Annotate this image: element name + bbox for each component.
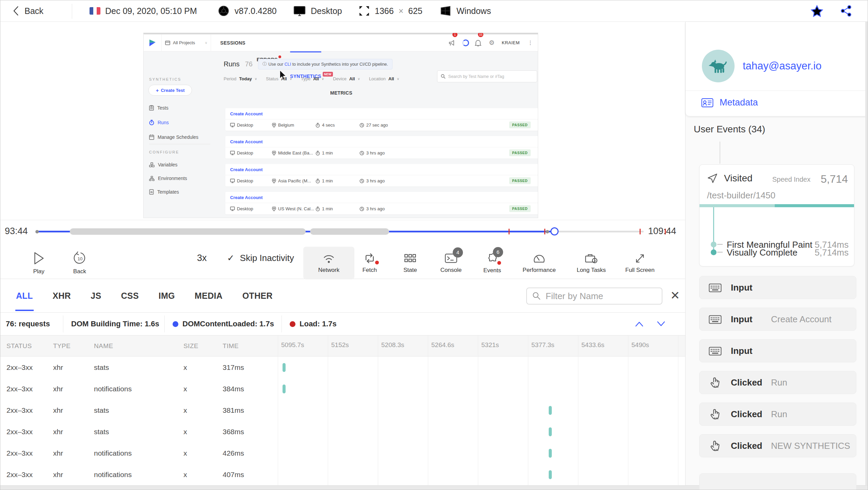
sidebar-section-configure: CONFIGURE bbox=[149, 150, 179, 154]
status-badge: PASSED bbox=[509, 205, 531, 212]
network-request-row[interactable]: 2xx–3xx xhr stats x 317ms bbox=[0, 357, 685, 378]
browser-info: v87.0.4280 bbox=[218, 0, 277, 21]
performance-gauge-icon bbox=[533, 253, 545, 264]
mouse-cursor bbox=[279, 70, 287, 80]
panel-button-long-tasks[interactable]: Long Tasks bbox=[566, 247, 617, 279]
events-connector-line bbox=[720, 142, 720, 164]
id-card-icon bbox=[701, 98, 713, 108]
project-name: All Projects bbox=[173, 40, 195, 45]
panel-button-performance[interactable]: Performance bbox=[514, 247, 565, 279]
network-request-row[interactable]: 2xx–3xx xhr notifications x 426ms bbox=[0, 442, 685, 464]
panel-button-full-screen[interactable]: Full Screen bbox=[614, 247, 665, 279]
chevron-down-icon[interactable] bbox=[656, 321, 666, 327]
user-event-card[interactable]: Input Create Account bbox=[699, 308, 856, 331]
network-tab[interactable]: ALL bbox=[15, 281, 34, 311]
resolution-info: 1366 × 625 bbox=[358, 0, 422, 21]
browser-version: v87.0.4280 bbox=[235, 6, 277, 16]
chevron-down-icon: ∨ bbox=[397, 77, 399, 81]
star-icon bbox=[810, 5, 823, 17]
user-events-title: User Events (34) bbox=[694, 124, 765, 135]
recorded-sidebar: SYNTHETICS +Create Test Tests Runs Manag… bbox=[144, 51, 216, 218]
bell-icon: 33 bbox=[475, 34, 482, 51]
runs-search-input bbox=[448, 74, 533, 79]
event-card-partial[interactable] bbox=[699, 473, 856, 490]
timeline-track[interactable] bbox=[37, 231, 644, 232]
network-tab[interactable]: XHR bbox=[52, 281, 72, 311]
replay-timeline: 93:44 109:44 bbox=[0, 220, 685, 243]
network-request-row[interactable]: 2xx–3xx xhr stats x 368ms bbox=[0, 421, 685, 442]
keyboard-icon bbox=[708, 344, 722, 358]
recorded-user-menu: KRAIEM bbox=[502, 34, 520, 51]
skip-inactivity-toggle[interactable]: ✓ Skip Inactivity bbox=[227, 253, 294, 263]
panel-button-events[interactable]: 6 Events bbox=[467, 247, 518, 279]
fetch-red-dot bbox=[375, 261, 379, 264]
chevron-down-icon: ∨ bbox=[290, 77, 292, 81]
requests-count: 76: requests bbox=[6, 313, 50, 335]
avatar bbox=[702, 50, 735, 82]
replay-stage[interactable]: All Projects ∨ SESSIONS ERRORS SYNTHETIC… bbox=[0, 22, 685, 220]
metadata-button[interactable]: Metadata bbox=[701, 97, 758, 108]
session-replay-window: Back Dec 09, 2020, 05:10 PM v87.0.4280 D… bbox=[0, 0, 868, 490]
speed-index-label: Speed Index bbox=[772, 176, 810, 183]
runs-title: Runs bbox=[224, 60, 240, 68]
pointer-icon bbox=[708, 439, 722, 453]
share-button[interactable] bbox=[840, 0, 853, 21]
speed-toggle[interactable]: 3x bbox=[188, 253, 215, 263]
visited-label: Visited bbox=[724, 173, 753, 184]
network-request-row[interactable]: 2xx–3xx xhr notifications x 407ms bbox=[0, 464, 685, 485]
runs-filter: Type All ∨ bbox=[301, 76, 324, 81]
favorite-button[interactable] bbox=[810, 0, 823, 21]
network-filter-input[interactable] bbox=[546, 291, 656, 301]
user-event-card[interactable]: Clicked NEW SYNTHETICS bbox=[699, 434, 856, 457]
resolution-x: × bbox=[399, 6, 404, 16]
user-card-divider bbox=[686, 91, 868, 91]
network-tab[interactable]: IMG bbox=[158, 281, 176, 311]
timeline-current-time: 93:44 bbox=[5, 226, 28, 236]
user-event-card[interactable]: Input bbox=[699, 276, 856, 299]
run-title-link: Create Account bbox=[230, 167, 263, 172]
network-request-row[interactable]: 2xx–3xx xhr notifications x 384ms bbox=[0, 378, 685, 399]
create-test-button: +Create Test bbox=[148, 85, 192, 96]
network-request-row[interactable]: 2xx–3xx xhr stats x 381ms bbox=[0, 399, 685, 421]
back-10s-button[interactable]: 10 Back bbox=[54, 247, 105, 279]
monitor-icon bbox=[230, 207, 235, 211]
network-tab[interactable]: OTHER bbox=[242, 281, 273, 311]
sidebar-item-environments: Environments bbox=[149, 176, 187, 181]
network-tab[interactable]: MEDIA bbox=[194, 281, 223, 311]
status-badge: PASSED bbox=[509, 177, 531, 184]
recorded-navbar: All Projects ∨ SESSIONS ERRORS SYNTHETIC… bbox=[144, 34, 538, 51]
events-red-dot bbox=[497, 261, 501, 265]
dom-building-time: DOM Building Time: 1.6s bbox=[71, 313, 159, 335]
user-event-card[interactable]: Clicked Run bbox=[699, 371, 856, 394]
console-badge: 4 bbox=[453, 247, 463, 258]
run-card: Create Account Desktop Middle East (Ba..… bbox=[225, 136, 538, 159]
monitor-icon bbox=[293, 5, 306, 17]
event-tick bbox=[509, 229, 510, 234]
user-event-card[interactable]: Input bbox=[699, 339, 856, 362]
request-timing-mark bbox=[549, 470, 552, 479]
network-tab[interactable]: JS bbox=[90, 281, 102, 311]
runs-filter: Period Today ∨ bbox=[224, 76, 257, 81]
run-title-link: Create Account bbox=[230, 139, 263, 144]
timeline-playhead[interactable] bbox=[550, 227, 559, 235]
sidebar-item-tests: Tests bbox=[149, 105, 168, 111]
fetch-icon bbox=[364, 253, 376, 264]
stopwatch-icon bbox=[316, 151, 320, 156]
runs-filter: Location All ∨ bbox=[369, 76, 399, 81]
sidebar-scrollbar[interactable] bbox=[865, 22, 868, 485]
network-summary-bar: 76: requests DOM Building Time: 1.6s DOM… bbox=[0, 313, 685, 336]
network-panel-tabs: ALL XHR JS CSS IMG MEDIA OTHER ✕ bbox=[0, 279, 685, 313]
chevron-up-icon[interactable] bbox=[634, 321, 644, 327]
back-button[interactable]: Back bbox=[12, 0, 44, 21]
network-filter-box[interactable] bbox=[526, 288, 662, 305]
user-event-card[interactable]: Clicked Run bbox=[699, 403, 856, 426]
os-label: Windows bbox=[456, 6, 491, 16]
close-panel-icon[interactable]: ✕ bbox=[670, 289, 680, 302]
runs-filter: Device All ∨ bbox=[333, 76, 360, 81]
event-tick bbox=[640, 229, 641, 234]
os-info: Windows bbox=[439, 0, 491, 21]
visited-event-card[interactable]: Visited Speed Index 5,714 /test-builder/… bbox=[699, 164, 854, 266]
date-label: Dec 09, 2020, 05:10 PM bbox=[105, 6, 197, 16]
network-tab[interactable]: CSS bbox=[120, 281, 139, 311]
kebab-menu-icon: ⋮ bbox=[528, 34, 533, 51]
